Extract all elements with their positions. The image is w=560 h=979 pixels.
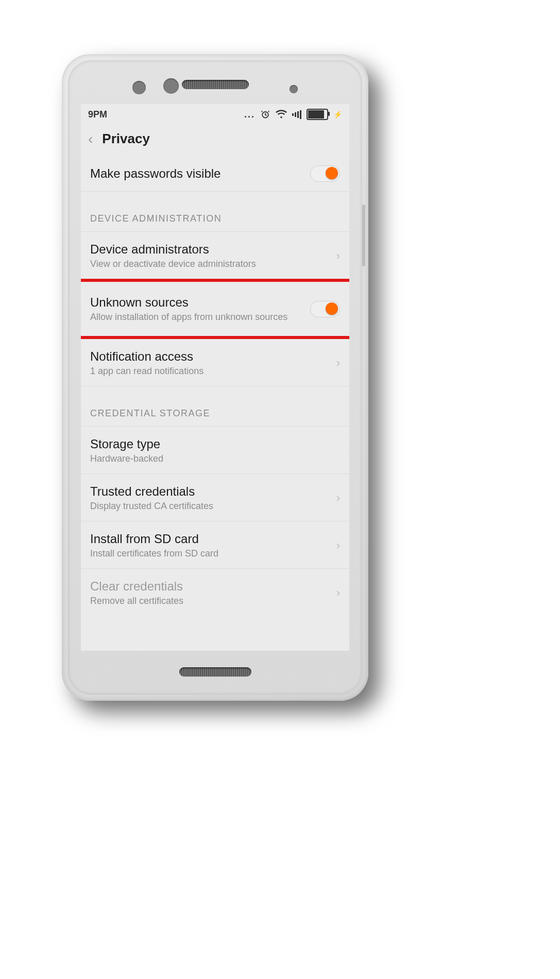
- row-label: Unknown sources: [90, 295, 303, 310]
- page-title: Privacy: [102, 131, 150, 147]
- toggle-unknown-sources[interactable]: [310, 301, 340, 317]
- signal-icon: [292, 110, 301, 119]
- charging-icon: ⚡: [333, 110, 342, 119]
- row-sub: Allow installation of apps from unknown …: [90, 312, 303, 323]
- row-label: Device administrators: [90, 242, 329, 257]
- row-clear-credentials: Clear credentials Remove all certificate…: [81, 569, 349, 616]
- sensor-dot-icon: [290, 85, 298, 93]
- row-sub: Hardware-backed: [90, 453, 340, 464]
- camera-dot-icon: [163, 78, 179, 94]
- speaker: [179, 667, 251, 677]
- earpiece: [182, 80, 249, 89]
- chevron-right-icon: ›: [336, 357, 340, 370]
- row-device-administrators[interactable]: Device administrators View or deactivate…: [81, 232, 349, 279]
- side-button: [362, 205, 365, 266]
- row-sub: Remove all certificates: [90, 596, 329, 606]
- battery-icon: [307, 109, 328, 120]
- title-bar: ‹ Privacy: [81, 125, 349, 155]
- wifi-icon: [276, 109, 287, 120]
- back-icon[interactable]: ‹: [88, 132, 93, 146]
- row-make-passwords-visible[interactable]: Make passwords visible: [81, 155, 349, 192]
- status-time: 9PM: [88, 109, 107, 120]
- row-sub: Display trusted CA certificates: [90, 501, 329, 512]
- section-credential-storage: CREDENTIAL STORAGE: [81, 386, 349, 427]
- chevron-right-icon: ›: [336, 249, 340, 263]
- chevron-right-icon: ›: [336, 586, 340, 600]
- row-label: Trusted credentials: [90, 484, 329, 499]
- row-label: Make passwords visible: [90, 166, 303, 181]
- chevron-right-icon: ›: [336, 492, 340, 505]
- row-storage-type[interactable]: Storage type Hardware-backed: [81, 427, 349, 474]
- screen: 9PM ... ⚡ ‹ Privacy: [81, 104, 349, 651]
- phone-frame: 9PM ... ⚡ ‹ Privacy: [62, 54, 368, 701]
- more-icon: ...: [244, 109, 255, 120]
- sensor-dot-icon: [132, 81, 146, 94]
- row-label: Storage type: [90, 437, 340, 451]
- row-sub: 1 app can read notifications: [90, 366, 329, 377]
- row-sub: View or deactivate device administrators: [90, 259, 329, 269]
- row-label: Notification access: [90, 349, 329, 364]
- row-label: Clear credentials: [90, 579, 329, 594]
- status-bar: 9PM ... ⚡: [81, 104, 349, 125]
- row-install-from-sd[interactable]: Install from SD card Install certificate…: [81, 521, 349, 569]
- row-trusted-credentials[interactable]: Trusted credentials Display trusted CA c…: [81, 474, 349, 521]
- row-notification-access[interactable]: Notification access 1 app can read notif…: [81, 339, 349, 386]
- section-device-administration: DEVICE ADMINISTRATION: [81, 192, 349, 232]
- alarm-icon: [260, 109, 270, 120]
- row-label: Install from SD card: [90, 532, 329, 546]
- row-unknown-sources[interactable]: Unknown sources Allow installation of ap…: [81, 282, 349, 336]
- chevron-right-icon: ›: [336, 539, 340, 552]
- row-sub: Install certificates from SD card: [90, 548, 329, 559]
- toggle-passwords[interactable]: [310, 165, 340, 182]
